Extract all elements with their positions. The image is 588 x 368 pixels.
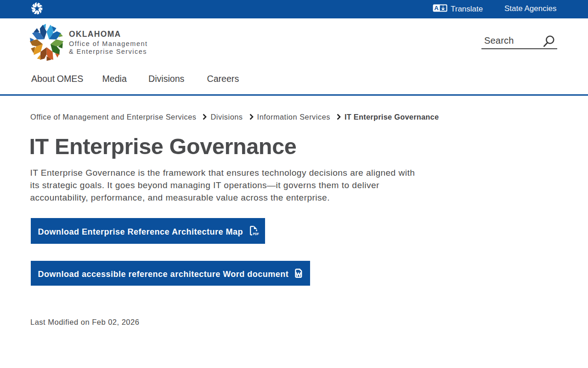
svg-text:PDF: PDF [253,232,259,236]
svg-text:A: A [434,5,439,12]
